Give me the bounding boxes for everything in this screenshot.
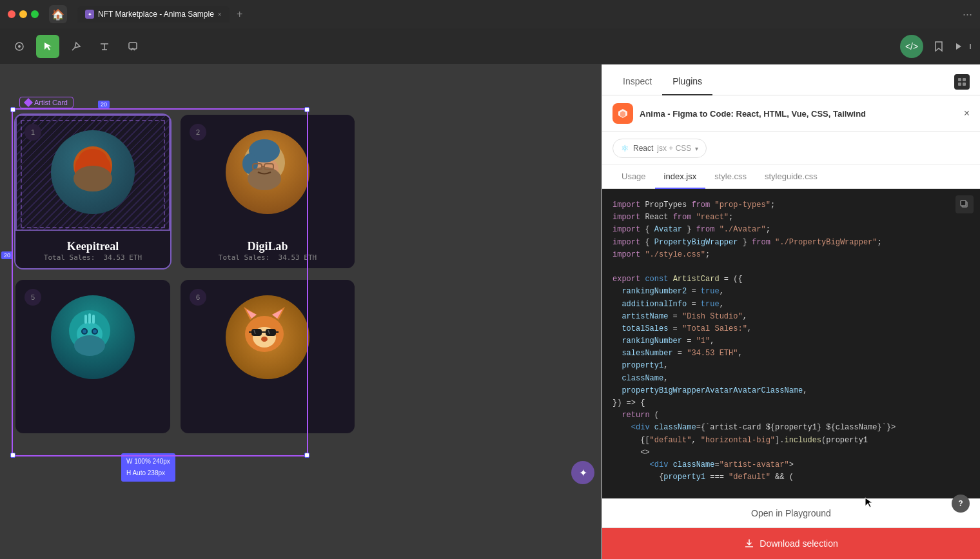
code-line-15: className, (612, 373, 970, 385)
download-selection-button[interactable]: Download selection (602, 528, 980, 559)
code-line-16: propertyBigWrapperAvatarAvatarClassName, (612, 385, 970, 397)
window-controls: ··· (963, 8, 972, 21)
select-tool-button[interactable] (8, 35, 31, 58)
size-height: H Auto 238px (126, 467, 170, 479)
code-tab-index-jsx[interactable]: index.jsx (655, 165, 706, 189)
size-width: W 100% 240px (126, 456, 170, 467)
nft-card-1[interactable]: 1 (15, 115, 170, 268)
code-line-19: <div className={`artist-card ${property1… (612, 422, 970, 434)
fullscreen-button[interactable] (31, 10, 39, 18)
code-tab-usage[interactable]: Usage (612, 165, 655, 189)
dim-left-label: 20 (1, 251, 13, 259)
card-rank-1: 1 (24, 124, 41, 141)
code-line-21: <> (612, 447, 970, 459)
svg-rect-47 (963, 78, 966, 81)
close-button[interactable] (8, 10, 15, 18)
component-label-text: Artist Card (34, 99, 68, 106)
traffic-lights (8, 10, 39, 18)
comment-tool-button[interactable] (121, 35, 144, 58)
plugin-icon (612, 103, 633, 124)
svg-point-1 (18, 45, 21, 48)
preview-button[interactable] (954, 42, 972, 51)
bookmark-button[interactable] (928, 36, 949, 57)
home-button[interactable]: 🏠 (49, 5, 67, 23)
text-tool-button[interactable] (93, 35, 116, 58)
card-sales-2: Total Sales: 34.53 ETH (187, 253, 348, 262)
card-rank-5: 5 (24, 289, 41, 306)
tab-plugins[interactable]: Plugins (662, 68, 712, 95)
active-tab[interactable]: ✦ NFT Marketplace - Anima Sample × (77, 6, 230, 23)
size-info-box: W 100% 240px H Auto 238px (121, 453, 175, 482)
card-grid: 1 (15, 115, 361, 435)
tab-inspect[interactable]: Inspect (612, 68, 662, 95)
nft-card-6[interactable]: 6 (181, 280, 355, 433)
nft-card-5[interactable]: 5 (15, 280, 170, 433)
card-avatar-1 (51, 130, 135, 214)
svg-rect-39 (266, 329, 276, 336)
ai-sparkle-button[interactable]: ✦ (571, 461, 594, 484)
svg-point-31 (74, 335, 105, 356)
code-line-20: {["default", "horizontal-big"].includes(… (612, 435, 970, 447)
code-line-10: artistName = "Dish Studio", (612, 311, 970, 323)
code-line-22: <div className="artist-avatar"> (612, 459, 970, 471)
code-line-18: return ( (612, 409, 970, 422)
grid-icon[interactable] (954, 74, 970, 90)
svg-rect-49 (963, 83, 966, 86)
canvas-area[interactable]: Artist Card 20 20 20 1 (0, 64, 602, 559)
svg-rect-38 (251, 329, 262, 336)
react-icon: ⚛ (621, 143, 629, 153)
code-line-5: import "./style.css"; (612, 249, 970, 261)
svg-point-29 (83, 329, 86, 333)
cursor-tool-button[interactable] (36, 35, 59, 58)
help-button[interactable]: ? (952, 495, 970, 513)
code-line-1: import PropTypes from "prop-types"; (612, 199, 970, 211)
panel-tabs: Inspect Plugins (602, 64, 980, 95)
code-view-button[interactable]: </> (900, 35, 923, 58)
code-editor[interactable]: import PropTypes from "prop-types"; impo… (602, 189, 980, 498)
svg-point-18 (248, 167, 281, 190)
code-tab-style-css[interactable]: style.css (705, 165, 756, 189)
svg-rect-51 (961, 201, 966, 206)
pen-tool-button[interactable] (64, 35, 88, 58)
copy-code-button[interactable] (956, 195, 974, 213)
code-line-7: export const ArtistCard = ({ (612, 273, 970, 286)
component-icon (24, 98, 33, 107)
card-rank-6: 6 (190, 289, 206, 306)
framework-selector: ⚛ React jsx + CSS ▾ (602, 132, 980, 165)
code-line-9: additionalInfo = true, (612, 299, 970, 311)
panel-tab-right-icon (954, 74, 970, 95)
new-tab-button[interactable]: + (232, 6, 248, 22)
svg-marker-3 (956, 43, 961, 50)
svg-rect-25 (88, 313, 91, 324)
framework-dropdown[interactable]: ⚛ React jsx + CSS ▾ (612, 139, 707, 158)
code-tab-styleguide-css[interactable]: styleguide.css (756, 165, 827, 189)
minimize-button[interactable] (19, 10, 27, 18)
card-info-2: DigiLab Total Sales: 34.53 ETH (181, 236, 355, 268)
download-icon (744, 538, 754, 549)
code-tabs: Usage index.jsx style.css styleguide.css (602, 165, 980, 189)
tab-icon: ✦ (85, 10, 94, 19)
tab-close-icon[interactable]: × (218, 11, 222, 18)
svg-point-30 (93, 329, 97, 333)
code-line-13: salesNumber = "34.53 ETH", (612, 348, 970, 360)
tab-label: NFT Marketplace - Anima Sample (98, 10, 214, 19)
titlebar: 🏠 ✦ NFT Marketplace - Anima Sample × + ·… (0, 0, 980, 28)
card-info-1: Keepitreal Total Sales: 34.53 ETH (15, 236, 170, 268)
download-label: Download selection (760, 538, 838, 549)
tab-bar: ✦ NFT Marketplace - Anima Sample × + (77, 6, 248, 23)
close-plugin-button[interactable]: × (964, 108, 970, 119)
code-line-2: import React from "react"; (612, 211, 970, 224)
main-content: Artist Card 20 20 20 1 (0, 64, 980, 559)
open-in-playground-button[interactable]: Open in Playground (602, 499, 980, 528)
framework-label: React (633, 144, 653, 153)
code-line-14: property1, (612, 360, 970, 372)
plugin-title: Anima - Figma to Code: React, HTML, Vue,… (640, 109, 957, 119)
card-avatar-5 (51, 295, 135, 379)
nft-card-2[interactable]: 2 (181, 115, 355, 268)
code-line-17: }) => { (612, 397, 970, 409)
svg-rect-24 (84, 315, 87, 324)
code-line-8: rankingNumber2 = true, (612, 286, 970, 298)
plugin-header: Anima - Figma to Code: React, HTML, Vue,… (602, 95, 980, 132)
svg-point-13 (74, 166, 112, 191)
artist-card-component-label: Artist Card (19, 97, 74, 108)
